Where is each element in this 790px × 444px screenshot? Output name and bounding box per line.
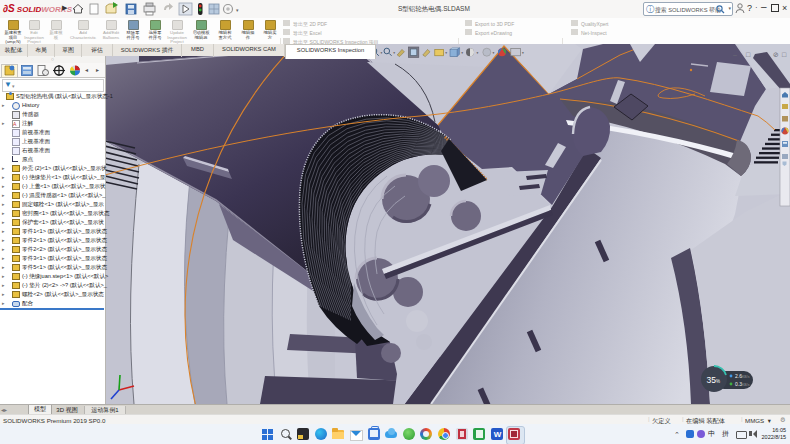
svg-text:▾: ▾ <box>236 7 239 13</box>
svg-text:▾: ▾ <box>445 51 447 55</box>
svg-text:▾: ▾ <box>508 51 510 55</box>
svg-text:▾: ▾ <box>492 51 494 55</box>
svg-text:▾: ▾ <box>461 51 463 55</box>
svg-text:▾: ▾ <box>476 51 478 55</box>
svg-text:▾: ▾ <box>380 51 382 55</box>
svg-text:–: – <box>733 51 737 58</box>
svg-text:⊘: ⊘ <box>773 51 779 58</box>
svg-text:▾: ▾ <box>522 51 524 55</box>
svg-text:▾: ▾ <box>393 51 395 55</box>
